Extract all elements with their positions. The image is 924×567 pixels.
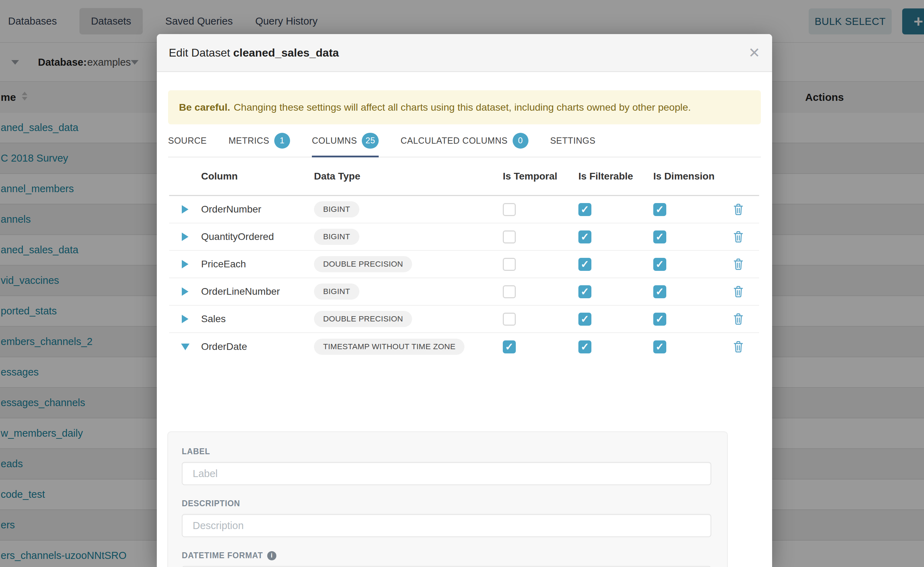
tab-calculated-columns[interactable]: CALCULATED COLUMNS0 xyxy=(400,124,528,157)
is-temporal-checkbox[interactable]: ✓ xyxy=(503,340,516,353)
is-temporal-checkbox[interactable] xyxy=(503,203,516,216)
warning-banner: Be careful. Changing these settings will… xyxy=(168,90,761,124)
data-type-pill: BIGINT xyxy=(314,284,359,300)
column-header-data-type: Data Type xyxy=(314,171,503,182)
tab-source[interactable]: SOURCE xyxy=(168,124,207,157)
delete-column-button[interactable] xyxy=(733,313,759,325)
tab-count-badge: 0 xyxy=(513,133,528,148)
is-dimension-checkbox[interactable]: ✓ xyxy=(653,258,666,271)
data-type-pill: DOUBLE PRECISION xyxy=(314,311,412,327)
info-icon[interactable]: i xyxy=(267,551,276,560)
description-input[interactable] xyxy=(182,514,711,537)
modal-dataset-name: cleaned_sales_data xyxy=(233,46,339,59)
column-row: OrderDateTIMESTAMP WITHOUT TIME ZONE✓✓✓ xyxy=(169,333,759,360)
delete-column-button[interactable] xyxy=(733,341,759,353)
warning-bold: Be careful. xyxy=(179,102,230,113)
tab-columns[interactable]: COLUMNS25 xyxy=(312,124,379,157)
tab-label: CALCULATED COLUMNS xyxy=(400,136,507,146)
column-name: OrderDate xyxy=(201,341,247,352)
column-row: OrderLineNumberBIGINT✓✓ xyxy=(169,278,759,306)
datetime-format-field-group: DATETIME FORMAT i xyxy=(182,551,711,567)
column-name: OrderLineNumber xyxy=(201,286,280,297)
is-temporal-checkbox[interactable] xyxy=(503,313,516,326)
expand-caret-icon[interactable] xyxy=(182,232,188,241)
collapse-caret-icon[interactable] xyxy=(181,344,190,350)
description-field-group: DESCRIPTION xyxy=(182,499,711,537)
columns-table-header: ColumnData TypeIs TemporalIs FilterableI… xyxy=(169,158,759,196)
data-type-pill: BIGINT xyxy=(314,229,359,245)
tab-label: SETTINGS xyxy=(550,136,596,146)
modal-title-prefix: Edit Dataset xyxy=(169,46,230,59)
modal-tabs: SOURCEMETRICS1COLUMNS25CALCULATED COLUMN… xyxy=(168,124,761,158)
modal-body: Be careful. Changing these settings will… xyxy=(157,90,772,567)
warning-text: Changing these settings will affect all … xyxy=(234,102,691,113)
label-field-group: LABEL xyxy=(182,447,711,485)
tab-label: COLUMNS xyxy=(312,136,357,146)
delete-column-button[interactable] xyxy=(733,203,759,215)
columns-table-rows: OrderNumberBIGINT✓✓QuantityOrderedBIGINT… xyxy=(168,196,761,360)
tab-count-badge: 25 xyxy=(362,133,379,148)
is-dimension-checkbox[interactable]: ✓ xyxy=(653,340,666,353)
column-row: PriceEachDOUBLE PRECISION✓✓ xyxy=(169,251,759,278)
column-name: Sales xyxy=(201,314,226,325)
is-dimension-checkbox[interactable]: ✓ xyxy=(653,285,666,298)
is-filterable-checkbox[interactable]: ✓ xyxy=(578,258,591,271)
edit-dataset-modal: Edit Dataset cleaned_sales_data ✕ Be car… xyxy=(157,34,772,567)
expand-caret-icon[interactable] xyxy=(182,205,188,214)
column-header-column: Column xyxy=(201,171,314,182)
label-field-caption: LABEL xyxy=(182,447,711,456)
tab-count-badge: 1 xyxy=(274,133,290,148)
is-filterable-checkbox[interactable]: ✓ xyxy=(578,313,591,326)
tab-label: METRICS xyxy=(229,136,269,146)
column-name: PriceEach xyxy=(201,258,246,270)
data-type-pill: TIMESTAMP WITHOUT TIME ZONE xyxy=(314,339,465,355)
is-temporal-checkbox[interactable] xyxy=(503,285,516,298)
column-row: OrderNumberBIGINT✓✓ xyxy=(169,196,759,224)
expand-caret-icon[interactable] xyxy=(182,287,188,296)
modal-header: Edit Dataset cleaned_sales_data ✕ xyxy=(157,34,772,72)
is-dimension-checkbox[interactable]: ✓ xyxy=(653,231,666,243)
expand-caret-icon[interactable] xyxy=(182,260,188,268)
label-input[interactable] xyxy=(182,462,711,485)
is-filterable-checkbox[interactable]: ✓ xyxy=(578,231,591,243)
expand-caret-icon[interactable] xyxy=(182,315,188,323)
modal-title: Edit Dataset cleaned_sales_data xyxy=(169,46,339,59)
column-row: QuantityOrderedBIGINT✓✓ xyxy=(169,224,759,251)
description-field-caption: DESCRIPTION xyxy=(182,499,711,508)
column-row: SalesDOUBLE PRECISION✓✓ xyxy=(169,306,759,333)
data-type-pill: BIGINT xyxy=(314,201,359,218)
is-filterable-checkbox[interactable]: ✓ xyxy=(578,340,591,353)
column-header-is-filterable: Is Filterable xyxy=(578,171,653,182)
delete-column-button[interactable] xyxy=(733,258,759,270)
data-type-pill: DOUBLE PRECISION xyxy=(314,256,412,272)
close-icon[interactable]: ✕ xyxy=(748,46,760,60)
column-header-is-dimension: Is Dimension xyxy=(653,171,733,182)
delete-column-button[interactable] xyxy=(733,286,759,297)
is-dimension-checkbox[interactable]: ✓ xyxy=(653,203,666,216)
column-header-is-temporal: Is Temporal xyxy=(503,171,578,182)
column-name: QuantityOrdered xyxy=(201,231,274,242)
is-temporal-checkbox[interactable] xyxy=(503,231,516,243)
column-editor-panel: LABEL DESCRIPTION DATETIME FORMAT i xyxy=(167,431,728,567)
is-filterable-checkbox[interactable]: ✓ xyxy=(578,285,591,298)
column-name: OrderNumber xyxy=(201,204,261,215)
tab-label: SOURCE xyxy=(168,136,207,146)
datetime-format-field-caption: DATETIME FORMAT i xyxy=(182,551,711,560)
is-dimension-checkbox[interactable]: ✓ xyxy=(653,313,666,326)
is-temporal-checkbox[interactable] xyxy=(503,258,516,271)
delete-column-button[interactable] xyxy=(733,231,759,243)
tab-settings[interactable]: SETTINGS xyxy=(550,124,596,157)
is-filterable-checkbox[interactable]: ✓ xyxy=(578,203,591,216)
tab-metrics[interactable]: METRICS1 xyxy=(229,124,290,157)
